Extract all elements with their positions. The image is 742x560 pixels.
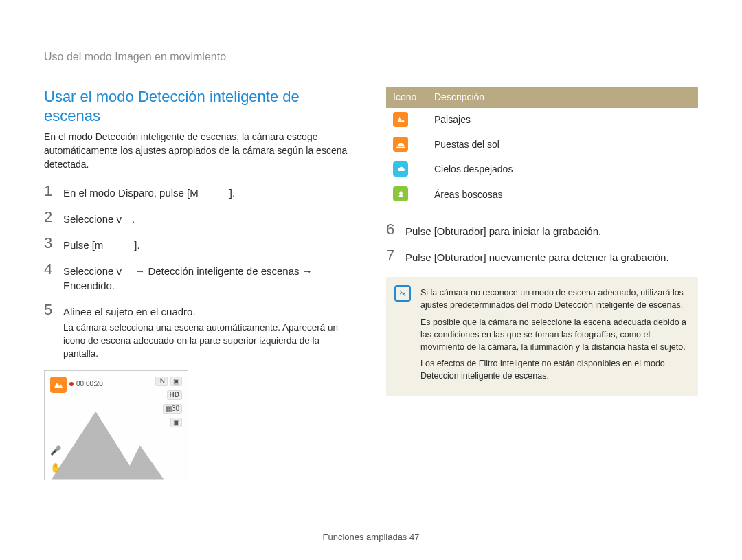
step-subtext: La cámara selecciona una escena automáti… xyxy=(63,322,356,361)
forest-icon xyxy=(393,186,408,201)
battery-icon: ▣ xyxy=(170,377,182,386)
step-number: 4 xyxy=(44,262,55,293)
step-6: 6 Pulse [Obturador] para iniciar la grab… xyxy=(386,222,698,238)
step-text: Pulse [Obturador] para iniciar la grabac… xyxy=(405,222,698,238)
breadcrumb: Uso del modo Imagen en movimiento xyxy=(44,49,698,65)
step-5: 5 Alinee el sujeto en el cuadro. La cáma… xyxy=(44,302,356,361)
step-1: 1 En el modo Disparo, pulse [M ]. xyxy=(44,183,356,200)
right-column: Icono Descripción Paisajes xyxy=(386,87,698,480)
step-text: En el modo Disparo, pulse [M ]. xyxy=(63,183,356,200)
mic-icon: 🎤 xyxy=(50,445,61,457)
row-label: Cielos despejados xyxy=(427,157,698,182)
divider xyxy=(44,69,698,69)
row-label: Paisajes xyxy=(427,108,698,133)
footer: Funciones ampliadas 47 xyxy=(0,531,742,544)
th-desc: Descripción xyxy=(427,87,698,108)
preview-left-icons: 🎤 ✋ xyxy=(50,445,61,473)
table-row: Paisajes xyxy=(386,108,698,133)
intro-text: En el modo Detección inteligente de esce… xyxy=(44,131,356,171)
info-icon xyxy=(394,285,411,302)
step-text: Seleccione v → Detección inteligente de … xyxy=(63,262,356,293)
table-row: Puestas del sol xyxy=(386,133,698,157)
section-heading: Usar el modo Detección inteligente de es… xyxy=(44,87,356,125)
page-number: 47 xyxy=(409,532,419,542)
camera-preview: 00:00:20 IN ▣ HD ▦30 ▣ 🎤 xyxy=(44,370,188,480)
icon-table: Icono Descripción Paisajes xyxy=(386,87,698,207)
steps-list-right: 6 Pulse [Obturador] para iniciar la grab… xyxy=(386,222,698,265)
row-label: Puestas del sol xyxy=(427,133,698,157)
in-badge: IN xyxy=(155,377,168,386)
step-3: 3 Pulse [m ]. xyxy=(44,236,356,252)
note-line: Si la cámara no reconoce un modo de esce… xyxy=(420,287,688,311)
row-label: Áreas boscosas xyxy=(427,182,698,207)
step-number: 5 xyxy=(44,302,55,361)
step-text: Seleccione v . xyxy=(63,210,356,226)
steps-list-left: 1 En el modo Disparo, pulse [M ]. 2 Sele… xyxy=(44,183,356,361)
note-box: Si la cámara no reconoce un modo de esce… xyxy=(386,277,698,396)
table-row: Cielos despejados xyxy=(386,157,698,182)
step-number: 7 xyxy=(386,248,397,265)
step-number: 3 xyxy=(44,236,55,252)
step-number: 2 xyxy=(44,210,55,226)
step-number: 6 xyxy=(386,222,397,238)
landscape-icon xyxy=(50,377,67,393)
step-text-main: Alinee el sujeto en el cuadro. xyxy=(63,306,196,317)
landscape-icon xyxy=(393,112,408,127)
th-icon: Icono xyxy=(386,87,427,108)
note-line: Los efectos de Filtro inteligente no est… xyxy=(420,357,688,382)
step-4: 4 Seleccione v → Detección inteligente d… xyxy=(44,262,356,293)
step-2: 2 Seleccione v . xyxy=(44,210,356,226)
sunset-icon xyxy=(393,137,408,152)
footer-label: Funciones ampliadas xyxy=(323,532,407,542)
stabilize-icon: ✋ xyxy=(50,462,61,474)
rec-timer: 00:00:20 xyxy=(69,379,103,389)
step-7: 7 Pulse [Obturador] nuevamente para dete… xyxy=(386,248,698,265)
svg-rect-0 xyxy=(396,146,405,148)
step-text: Alinee el sujeto en el cuadro. La cámara… xyxy=(63,302,356,361)
step-text: Pulse [Obturador] nuevamente para detene… xyxy=(405,248,698,265)
left-column: Usar el modo Detección inteligente de es… xyxy=(44,87,356,480)
mountains-illustration xyxy=(45,398,188,480)
step-number: 1 xyxy=(44,183,55,200)
note-line: Es posible que la cámara no seleccione l… xyxy=(420,316,688,353)
sky-icon xyxy=(393,161,408,177)
table-row: Áreas boscosas xyxy=(386,182,698,207)
step-text: Pulse [m ]. xyxy=(63,236,356,252)
